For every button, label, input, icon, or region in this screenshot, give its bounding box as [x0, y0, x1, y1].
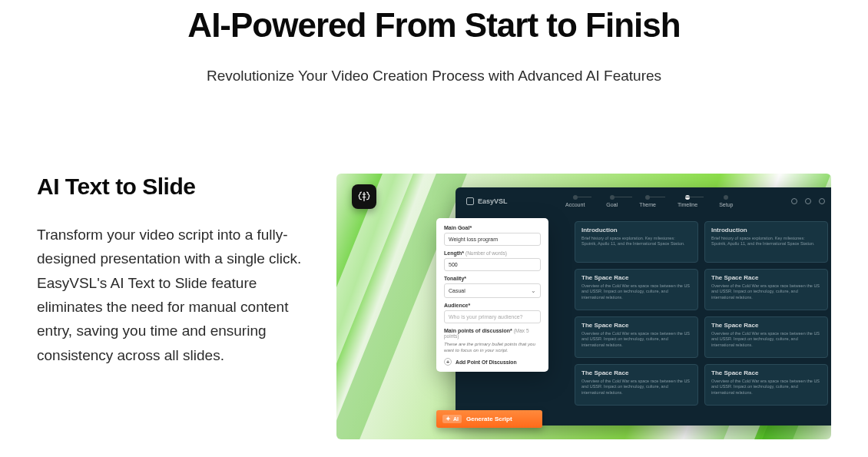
progress-stepper: AccountGoalThemeTimelineSetup	[565, 195, 733, 207]
slide-card[interactable]: The Space RaceOverview of the Cold War e…	[575, 364, 698, 406]
generate-label: Generate Script	[466, 416, 512, 422]
length-label: Length* (Number of words)	[444, 250, 541, 256]
slide-card[interactable]: The Space RaceOverview of the Cold War e…	[704, 316, 828, 358]
add-point-button[interactable]: + Add Point Of Discussion	[444, 358, 541, 366]
slide-title: The Space Race	[711, 369, 821, 376]
length-input[interactable]: 500	[444, 258, 541, 271]
main-goal-label: Main Goal*	[444, 225, 541, 230]
script-form-panel: Main Goal* Weight loss program Length* (…	[436, 218, 548, 372]
audience-input[interactable]: Who is your primary audience?	[444, 310, 541, 323]
app-logo-icon	[466, 197, 474, 205]
slide-text: Overview of the Cold War era space race …	[711, 331, 821, 348]
slide-title: The Space Race	[711, 274, 821, 281]
slide-card[interactable]: The Space RaceOverview of the Cold War e…	[575, 269, 698, 310]
points-hint: These are the primary bullet points that…	[444, 341, 541, 353]
main-goal-value: Weight loss program	[449, 237, 498, 242]
slide-card[interactable]: The Space RaceOverview of the Cold War e…	[704, 364, 828, 406]
generate-script-button[interactable]: ✦AI Generate Script	[436, 410, 542, 428]
slide-title: The Space Race	[581, 369, 691, 376]
slide-title: The Space Race	[581, 274, 691, 281]
slide-text: Overview of the Cold War era space race …	[581, 331, 691, 348]
app-preview: EasyVSL AccountGoalThemeTimelineSetup In…	[336, 174, 831, 439]
slide-text: Overview of the Cold War era space race …	[711, 283, 821, 300]
plus-icon: +	[444, 358, 452, 366]
ai-brain-icon	[352, 184, 376, 209]
slide-text: Overview of the Cold War era space race …	[581, 283, 691, 300]
sparkle-icon: ✦	[446, 416, 451, 422]
slide-card[interactable]: IntroductionBrief history of space explo…	[704, 221, 828, 263]
slide-text: Overview of the Cold War era space race …	[581, 379, 691, 396]
slide-card[interactable]: The Space RaceOverview of the Cold War e…	[704, 269, 828, 310]
step-theme[interactable]: Theme	[639, 195, 656, 207]
settings-icon[interactable]	[805, 198, 811, 204]
slide-text: Brief history of space exploration. Key …	[711, 236, 821, 247]
length-value: 500	[449, 262, 458, 267]
slide-title: Introduction	[581, 227, 691, 233]
audience-placeholder: Who is your primary audience?	[449, 314, 523, 320]
tonality-label: Tonality*	[444, 276, 541, 281]
tonality-select[interactable]: Casual ⌄	[444, 283, 541, 298]
app-brand: EasyVSL	[466, 197, 508, 205]
tonality-value: Casual	[449, 288, 465, 293]
slide-text: Overview of the Cold War era space race …	[711, 379, 821, 396]
page-title: AI-Powered From Start to Finish	[0, 6, 868, 45]
add-point-label: Add Point Of Discussion	[456, 359, 517, 365]
help-icon[interactable]	[791, 198, 797, 204]
ai-tag-label: AI	[453, 416, 459, 422]
chevron-down-icon: ⌄	[531, 287, 536, 294]
feature-description: Transform your video script into a fully…	[37, 223, 306, 367]
step-account[interactable]: Account	[565, 195, 585, 207]
main-goal-input[interactable]: Weight loss program	[444, 233, 541, 246]
points-label: Main points of discussion* (Max 5 points…	[444, 328, 541, 339]
step-timeline[interactable]: Timeline	[678, 195, 697, 207]
feature-title: AI Text to Slide	[37, 174, 306, 200]
audience-label: Audience*	[444, 303, 541, 308]
slide-text: Brief history of space exploration. Key …	[581, 236, 691, 247]
slide-title: The Space Race	[581, 322, 691, 329]
slide-title: The Space Race	[711, 322, 821, 329]
app-brand-name: EasyVSL	[478, 197, 508, 205]
slide-card[interactable]: IntroductionBrief history of space explo…	[575, 221, 698, 263]
step-goal[interactable]: Goal	[606, 195, 618, 207]
slide-card[interactable]: The Space RaceOverview of the Cold War e…	[575, 316, 698, 358]
account-icon[interactable]	[819, 198, 825, 204]
slide-title: Introduction	[711, 227, 821, 233]
page-subtitle: Revolutionize Your Video Creation Proces…	[0, 68, 868, 84]
step-setup[interactable]: Setup	[719, 195, 733, 207]
